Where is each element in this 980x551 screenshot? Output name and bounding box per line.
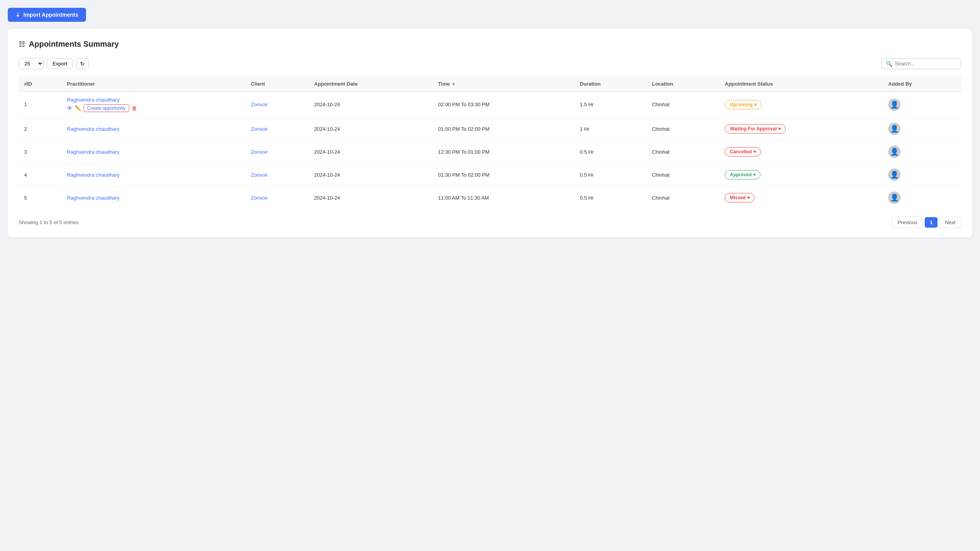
appointments-table: #ID Practitioner Client Appointment Date… (19, 76, 961, 209)
row-appointment-date: 2024-10-24 (309, 186, 433, 209)
row-location: Chinhat (646, 186, 719, 209)
status-badge[interactable]: Missed ▾ (725, 193, 755, 202)
row-duration: 1.5 Hr (574, 92, 646, 118)
row-time: 01:30 PM To 02:00 PM (433, 163, 574, 186)
status-badge[interactable]: Cancelled ▾ (725, 147, 761, 156)
row-location: Chinhat (646, 163, 719, 186)
row-location: Chinhat (646, 140, 719, 163)
chevron-down-icon: ▾ (754, 102, 757, 107)
row-id: 2 (19, 118, 61, 140)
time-sort-icon[interactable]: ▼ (451, 82, 456, 86)
chevron-down-icon: ▾ (747, 195, 750, 200)
current-page-number[interactable]: 1 (925, 217, 938, 228)
table-row: 5Raghvendra chaudharyZonvoir2024-10-2411… (19, 186, 961, 209)
row-status: Waiting For Approval ▾ (719, 118, 883, 140)
col-location: Location (646, 76, 719, 92)
col-time: Time ▼ (433, 76, 574, 92)
search-wrap: 🔍 (882, 58, 961, 69)
refresh-icon: ↻ (80, 61, 85, 67)
row-client[interactable]: Zonvoir (246, 118, 309, 140)
row-added-by: 👤 (883, 92, 961, 118)
row-id: 4 (19, 163, 61, 186)
row-appointment-date: 2024-10-24 (309, 118, 433, 140)
col-status: Appointment Status (719, 76, 883, 92)
row-practitioner[interactable]: Raghvendra chaudhary (61, 163, 246, 186)
table-row: 1Raghvendra chaudhary👁✏️Create opportuni… (19, 92, 961, 118)
row-added-by: 👤 (883, 140, 961, 163)
row-id: 3 (19, 140, 61, 163)
row-appointment-date: 2024-10-24 (309, 163, 433, 186)
row-location: Chinhat (646, 92, 719, 118)
pagination: Previous 1 Next (892, 217, 961, 228)
col-practitioner: Practitioner (61, 76, 246, 92)
search-input[interactable] (895, 61, 957, 67)
table-header-row: #ID Practitioner Client Appointment Date… (19, 76, 961, 92)
avatar: 👤 (888, 98, 901, 111)
row-status: Upcoming ▾ (719, 92, 883, 118)
row-location: Chinhat (646, 118, 719, 140)
showing-entries-text: Showing 1 to 5 of 5 entries (19, 219, 79, 225)
appointments-card: ☷ Appointments Summary 25 10 50 100 Expo… (8, 29, 972, 237)
chevron-down-icon: ▾ (753, 172, 755, 177)
toolbar: 25 10 50 100 Export ↻ 🔍 (19, 58, 961, 69)
row-status: Missed ▾ (719, 186, 883, 209)
row-client[interactable]: Zonvoir (246, 92, 309, 118)
import-icon: ⇣ (16, 12, 20, 18)
row-duration: 1 Hr (574, 118, 646, 140)
search-icon: 🔍 (886, 61, 892, 67)
row-client[interactable]: Zonvoir (246, 186, 309, 209)
table-row: 3Raghvendra chaudharyZonvoir2024-10-2412… (19, 140, 961, 163)
inline-actions: 👁✏️Create opportunity🗑 (67, 104, 240, 112)
row-time: 12:30 PM To 01:00 PM (433, 140, 574, 163)
row-status: Cancelled ▾ (719, 140, 883, 163)
row-practitioner[interactable]: Raghvendra chaudhary👁✏️Create opportunit… (61, 92, 246, 118)
col-duration: Duration (574, 76, 646, 92)
row-time: 02:00 PM To 03:30 PM (433, 92, 574, 118)
status-badge[interactable]: Waiting For Approval ▾ (725, 124, 785, 133)
card-title: Appointments Summary (29, 40, 119, 49)
row-practitioner[interactable]: Raghvendra chaudhary (61, 186, 246, 209)
chevron-down-icon: ▾ (778, 126, 781, 132)
avatar: 👤 (888, 146, 901, 158)
row-duration: 0.5 Hr (574, 163, 646, 186)
export-button[interactable]: Export (47, 58, 73, 69)
row-duration: 0.5 Hr (574, 140, 646, 163)
row-appointment-date: 2024-10-24 (309, 140, 433, 163)
create-opportunity-button[interactable]: Create opportunity (84, 104, 129, 112)
trash-icon[interactable]: 🗑 (132, 105, 137, 111)
avatar: 👤 (888, 123, 901, 135)
eye-icon[interactable]: 👁 (67, 105, 72, 111)
col-client: Client (246, 76, 309, 92)
row-id: 1 (19, 92, 61, 118)
row-added-by: 👤 (883, 186, 961, 209)
chevron-down-icon: ▾ (753, 149, 756, 154)
row-practitioner[interactable]: Raghvendra chaudhary (61, 140, 246, 163)
next-button[interactable]: Next (939, 217, 961, 228)
status-badge[interactable]: Upcoming ▾ (725, 100, 762, 109)
status-badge[interactable]: Approved ▾ (725, 170, 760, 179)
row-status: Approved ▾ (719, 163, 883, 186)
col-added-by: Added By (883, 76, 961, 92)
row-duration: 0.5 Hr (574, 186, 646, 209)
table-row: 2Raghvendra chaudharyZonvoir2024-10-2401… (19, 118, 961, 140)
row-added-by: 👤 (883, 163, 961, 186)
row-client[interactable]: Zonvoir (246, 163, 309, 186)
col-appointment-date: Appointment Date (309, 76, 433, 92)
pencil-icon[interactable]: ✏️ (75, 105, 81, 111)
col-id: #ID (19, 76, 61, 92)
row-time: 11:00 AM To 11:30 AM (433, 186, 574, 209)
table-footer: Showing 1 to 5 of 5 entries Previous 1 N… (19, 217, 961, 228)
card-header: ☷ Appointments Summary (19, 40, 961, 49)
table-row: 4Raghvendra chaudharyZonvoir2024-10-2401… (19, 163, 961, 186)
row-time: 01:00 PM To 02:00 PM (433, 118, 574, 140)
import-appointments-button[interactable]: ⇣ Import Appointments (8, 8, 86, 22)
row-practitioner[interactable]: Raghvendra chaudhary (61, 118, 246, 140)
import-button-label: Import Appointments (23, 12, 78, 18)
avatar: 👤 (888, 191, 901, 204)
refresh-button[interactable]: ↻ (76, 58, 89, 69)
row-client[interactable]: Zonvoir (246, 140, 309, 163)
page-size-select[interactable]: 25 10 50 100 (19, 58, 44, 69)
document-icon: ☷ (19, 40, 25, 49)
row-added-by: 👤 (883, 118, 961, 140)
previous-button[interactable]: Previous (892, 217, 923, 228)
